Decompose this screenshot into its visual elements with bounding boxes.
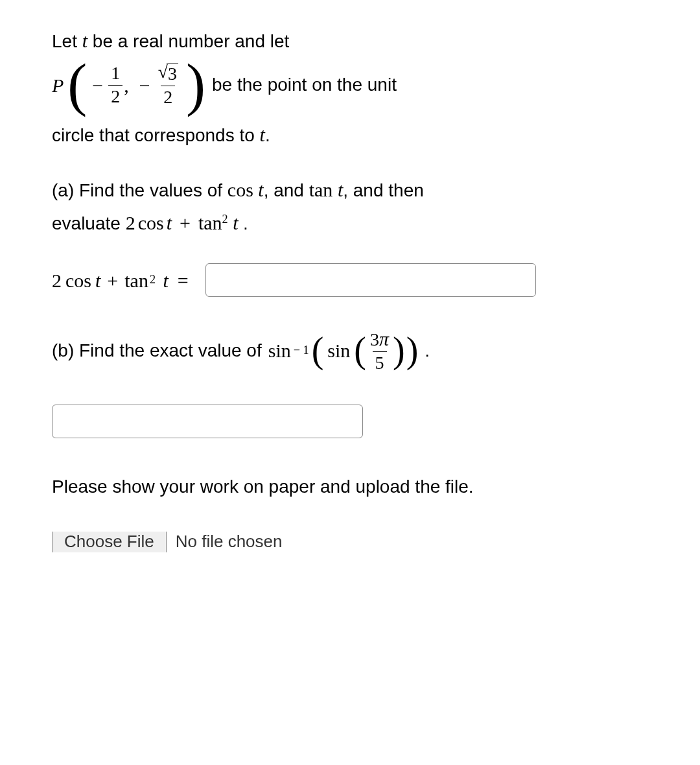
fraction-3pi5: 3π 5 xyxy=(368,328,391,373)
part-b-answer-row xyxy=(52,405,648,438)
period: . xyxy=(265,125,270,145)
tan-fn: tan xyxy=(309,179,333,200)
sqrt-value: 3 xyxy=(167,64,178,84)
superscript-2: 2 xyxy=(150,271,156,288)
intro-line2-post: be the point on the unit xyxy=(212,71,397,99)
intro-line1: Let t be a real number and let xyxy=(52,26,648,55)
file-upload-row: Choose File No file chosen xyxy=(52,532,648,552)
frac2-num: √3 xyxy=(156,62,181,86)
part-b-answer-input[interactable] xyxy=(52,405,363,438)
num-3: 3 xyxy=(370,329,379,349)
part-a-answer-input[interactable] xyxy=(205,263,536,297)
period: . xyxy=(425,337,430,364)
evaluate-pre: evaluate xyxy=(52,213,126,233)
choose-file-button[interactable]: Choose File xyxy=(52,532,167,552)
comma: , xyxy=(124,71,129,100)
sin-fn: sin xyxy=(268,336,291,365)
expr-two: 2 xyxy=(52,266,62,295)
file-status-text: No file chosen xyxy=(176,532,283,552)
question-content: Let t be a real number and let P ( − 1 2… xyxy=(52,26,648,552)
point-P: P xyxy=(52,71,64,100)
intro-text-post: be a real number and let xyxy=(88,31,289,51)
fraction-2: √3 2 xyxy=(156,62,181,108)
cos-fn: cos xyxy=(65,266,91,295)
part-a-answer-expr: 2cost+tan2 t = xyxy=(52,266,196,295)
and-then-text: , and then xyxy=(343,180,424,200)
open-paren-icon: ( xyxy=(312,336,324,365)
tan-fn: tan xyxy=(124,266,148,295)
part-a-label: (a) Find the values of xyxy=(52,180,228,200)
intro-block: Let t be a real number and let P ( − 1 2… xyxy=(52,26,648,149)
plus-icon: + xyxy=(174,212,196,233)
var-t: t xyxy=(82,30,88,51)
point-definition-line: P ( − 1 2 , − √3 2 ) xyxy=(52,62,648,108)
sqrt-icon: √3 xyxy=(158,62,178,84)
superscript-2: 2 xyxy=(222,213,228,226)
open-paren-icon: ( xyxy=(67,62,87,108)
intro-line3: circle that corresponds to t. xyxy=(52,120,648,149)
point-expression: P ( − 1 2 , − √3 2 ) xyxy=(52,62,205,108)
frac1-den: 2 xyxy=(108,85,122,107)
superscript-neg1: − 1 xyxy=(292,342,310,359)
frac-den: 5 xyxy=(373,351,387,373)
equals-sign: = xyxy=(170,266,196,295)
part-a-prompt-line2: evaluate 2cost+tan2 t . xyxy=(52,208,648,237)
close-paren-icon: ) xyxy=(186,62,205,108)
var-t: t xyxy=(167,212,172,233)
upload-instruction: Please show your work on paper and uploa… xyxy=(52,473,648,500)
var-t: t xyxy=(163,266,169,295)
intro-text-pre: Let xyxy=(52,31,82,51)
minus-icon: − xyxy=(88,71,107,100)
expr-two: 2 xyxy=(126,212,135,233)
part-a-prompt: (a) Find the values of cos t, and tan t,… xyxy=(52,175,648,204)
part-b-expression: sin − 1 ( sin ( 3π 5 ) ) xyxy=(268,328,419,373)
and-word: , and xyxy=(264,180,309,200)
minus-icon: − xyxy=(130,71,154,100)
pi-symbol: π xyxy=(379,328,389,349)
var-t: t xyxy=(233,212,238,233)
frac1-num: 1 xyxy=(108,64,122,85)
close-paren-icon: ) xyxy=(406,336,419,365)
period: . xyxy=(243,213,248,233)
var-t: t xyxy=(338,179,343,200)
part-b-label: (b) Find the exact value of xyxy=(52,337,262,364)
var-t: t xyxy=(258,179,263,200)
var-t: t xyxy=(260,124,265,145)
fraction-1: 1 2 xyxy=(108,64,122,107)
var-t: t xyxy=(95,266,100,295)
intro-line3-text: circle that corresponds to xyxy=(52,125,260,145)
frac2-den: 2 xyxy=(161,86,175,108)
plus-icon: + xyxy=(102,266,123,295)
part-a-section: (a) Find the values of cos t, and tan t,… xyxy=(52,175,648,237)
cos-fn: cos xyxy=(138,212,164,233)
open-paren-icon: ( xyxy=(354,336,366,365)
cos-fn: cos xyxy=(228,179,253,200)
sin-fn-inner: sin xyxy=(325,336,353,365)
part-a-answer-row: 2cost+tan2 t = xyxy=(52,263,648,297)
close-paren-icon: ) xyxy=(393,336,405,365)
tan-fn: tan xyxy=(198,212,222,233)
part-b-section: (b) Find the exact value of sin − 1 ( si… xyxy=(52,328,648,373)
frac-num: 3π xyxy=(368,328,391,351)
